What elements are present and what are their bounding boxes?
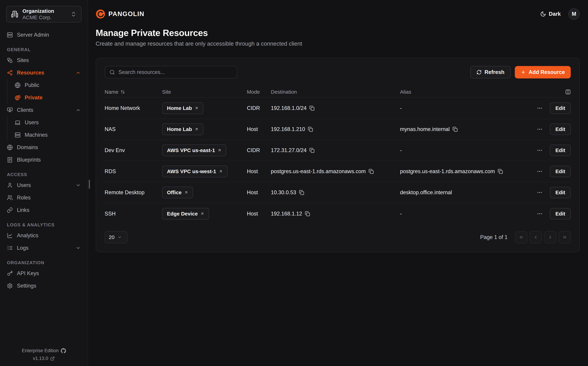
brand-logo[interactable]: PANGOLIN: [96, 9, 145, 19]
sidebar-item-sites[interactable]: Sites: [0, 54, 88, 67]
sidebar-item-client-users[interactable]: Users: [7, 116, 88, 129]
copy-destination-button[interactable]: [305, 211, 310, 216]
row-menu-button[interactable]: [536, 210, 544, 218]
resources-icon: [7, 70, 13, 76]
sidebar-item-label: Links: [17, 207, 29, 213]
edit-button[interactable]: Edit: [550, 123, 571, 135]
row-menu-button[interactable]: [536, 146, 544, 154]
site-link[interactable]: Home Lab: [162, 123, 203, 135]
sidebar-item-clients[interactable]: Clients: [0, 104, 88, 116]
page-subtitle: Create and manage resources that are onl…: [96, 40, 580, 47]
columns-toggle-icon[interactable]: [565, 89, 571, 95]
last-page-button[interactable]: [559, 231, 571, 243]
sidebar-item-server-admin[interactable]: Server Admin: [0, 29, 88, 41]
search-input[interactable]: [118, 69, 232, 75]
row-menu-button[interactable]: [536, 104, 544, 112]
sidebar-item-users[interactable]: Users: [0, 179, 88, 191]
copy-destination-button[interactable]: [368, 169, 374, 174]
pagination: 20 Page 1 of 1: [105, 231, 571, 243]
section-label-access: ACCESS: [7, 172, 88, 177]
clients-sub-list: Users Machines: [7, 116, 88, 141]
cell-alias: -: [400, 211, 526, 217]
cell-actions: Edit: [526, 102, 571, 114]
copy-alias-button[interactable]: [452, 127, 458, 132]
site-link[interactable]: Edge Device: [162, 208, 209, 220]
column-header-destination[interactable]: Destination: [271, 89, 400, 95]
table-row: Home Network Home Lab CIDR 192.168.1.0/2…: [105, 98, 571, 119]
edit-button[interactable]: Edit: [550, 102, 571, 114]
row-mode: Host: [247, 211, 258, 217]
copy-destination-button[interactable]: [309, 148, 315, 153]
sidebar-scrollbar-thumb[interactable]: [89, 180, 90, 189]
avatar-initial: M: [572, 11, 576, 17]
sidebar-item-label: Users: [25, 119, 39, 126]
cell-mode: Host: [247, 126, 271, 132]
site-link[interactable]: Home Lab: [162, 102, 203, 114]
github-icon[interactable]: [61, 348, 66, 353]
row-alias: desktop.office.internal: [400, 189, 452, 196]
sidebar-item-analytics[interactable]: Analytics: [0, 229, 88, 242]
column-header-mode[interactable]: Mode: [247, 89, 271, 95]
sidebar-item-private[interactable]: Private: [7, 92, 88, 104]
site-link[interactable]: AWS VPC us-west-1: [162, 166, 228, 177]
site-link[interactable]: AWS VPC us-east-1: [162, 145, 226, 156]
sidebar-item-domains[interactable]: Domains: [0, 141, 88, 154]
cell-destination: 10.30.0.53: [271, 189, 400, 196]
table-body: Home Network Home Lab CIDR 192.168.1.0/2…: [105, 98, 571, 224]
edit-button[interactable]: Edit: [550, 208, 571, 220]
page-info: Page 1 of 1: [480, 234, 507, 240]
cell-alias: -: [400, 147, 526, 153]
site-link[interactable]: Office: [162, 187, 193, 198]
copy-destination-button[interactable]: [308, 127, 313, 132]
row-menu-button[interactable]: [536, 189, 544, 197]
avatar[interactable]: M: [568, 8, 580, 20]
copy-destination-button[interactable]: [309, 106, 315, 111]
row-menu-button[interactable]: [536, 168, 544, 175]
add-resource-button[interactable]: Add Resource: [515, 66, 571, 78]
sidebar-item-api-keys[interactable]: API Keys: [0, 267, 88, 280]
cell-name: Home Network: [105, 105, 162, 111]
sidebar-item-label: Blueprints: [17, 157, 41, 163]
sidebar-item-blueprints[interactable]: Blueprints: [0, 154, 88, 166]
sidebar-item-settings[interactable]: Settings: [0, 280, 88, 292]
row-name: NAS: [105, 126, 116, 132]
org-selector[interactable]: Organization ACME Corp.: [6, 6, 81, 23]
sidebar-item-links[interactable]: Links: [0, 204, 88, 216]
sidebar-item-logs[interactable]: Logs: [0, 242, 88, 254]
page-size-select[interactable]: 20: [105, 231, 127, 243]
section-label-general: GENERAL: [7, 47, 88, 52]
version-label: v1.13.0: [33, 356, 48, 361]
sidebar-item-machines[interactable]: Machines: [7, 129, 88, 141]
moon-icon: [540, 11, 546, 17]
sidebar: Organization ACME Corp. Server Admin GEN…: [0, 0, 88, 366]
receipt-icon: [7, 157, 13, 163]
plus-icon: [521, 70, 526, 75]
column-header-site[interactable]: Site: [162, 89, 247, 95]
edit-button[interactable]: Edit: [550, 145, 571, 156]
column-header-name[interactable]: Name: [105, 89, 162, 95]
edit-button[interactable]: Edit: [550, 187, 571, 198]
sidebar-item-roles[interactable]: Roles: [0, 191, 88, 204]
theme-toggle[interactable]: Dark: [540, 11, 561, 17]
next-page-button[interactable]: [544, 231, 556, 243]
row-alias: -: [400, 147, 402, 153]
cell-destination: 172.31.27.0/24: [271, 147, 400, 153]
sidebar-item-public[interactable]: Public: [7, 79, 88, 92]
refresh-button[interactable]: Refresh: [470, 66, 510, 78]
sidebar-item-label: Clients: [17, 107, 33, 113]
external-link-icon[interactable]: [50, 356, 55, 361]
first-page-button[interactable]: [515, 231, 527, 243]
edit-button[interactable]: Edit: [550, 166, 571, 177]
cell-alias: -: [400, 105, 526, 111]
column-header-alias[interactable]: Alias: [400, 89, 526, 95]
arrow-up-right-icon: [200, 212, 204, 216]
resources-table: Name Site Mode Destination Alias Home Ne…: [105, 86, 571, 224]
section-label-logs-analytics: LOGS & ANALYTICS: [7, 222, 88, 228]
copy-destination-button[interactable]: [299, 190, 304, 195]
sidebar-item-label: Server Admin: [17, 32, 49, 38]
previous-page-button[interactable]: [530, 231, 542, 243]
cell-site: Home Lab: [162, 123, 247, 135]
copy-alias-button[interactable]: [498, 169, 503, 174]
row-menu-button[interactable]: [536, 125, 544, 133]
sidebar-item-resources[interactable]: Resources: [0, 67, 88, 79]
